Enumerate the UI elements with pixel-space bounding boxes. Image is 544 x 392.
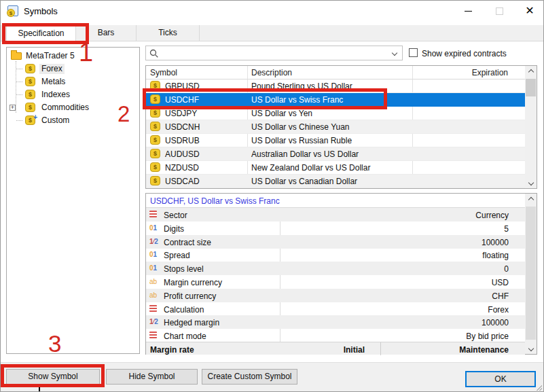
scrollbar-thumb[interactable] [526,207,536,340]
coin-icon: $ [150,94,160,104]
bottom-bar: Show Symbol Hide Symbol Create Custom Sy… [1,362,544,392]
number-01-icon [149,264,160,272]
scroll-up-button[interactable] [525,66,537,77]
table-row-usdcnh[interactable]: $ USDCNH US Dollar vs Chinese Yuan [146,120,525,134]
table-scrollbar[interactable] [525,66,537,188]
spec-row-spread: Spread floating [146,248,525,262]
tab-ticks[interactable]: Ticks [137,25,200,41]
table-row-usdrub[interactable]: $ USDRUB US Dollar vs Russian Ruble [146,134,525,147]
number-01-icon [149,250,160,259]
search-icon [149,49,159,58]
scroll-up-button[interactable] [525,194,537,205]
column-header-symbol[interactable]: Symbol [150,68,177,77]
letters-ab-icon [149,291,160,300]
coin-icon: $ [150,122,160,131]
margin-rate-divider [380,342,381,355]
spec-row-contract-size: Contract size 100000 [146,235,525,249]
hide-symbol-button[interactable]: Hide Symbol [106,369,198,385]
coin-icon: $ [150,162,160,172]
coin-icon: $ [25,103,35,112]
resize-grip[interactable] [537,385,542,391]
create-custom-symbol-button[interactable]: Create Custom Symbol [202,369,297,385]
table-row-audusd[interactable]: $ AUDUSD Australian Dollar vs US Dollar [146,147,525,161]
show-expired-checkbox[interactable] [409,48,418,57]
spec-row-sector: Sector Currency [146,208,525,221]
coin-icon: $ [25,77,35,86]
tab-strip: Specification Bars Ticks [1,25,544,41]
chevron-down-icon[interactable] [392,50,397,56]
text-cursor-artifact [39,385,40,392]
show-expired-label: Show expired contracts [422,49,507,58]
search-input[interactable] [162,47,386,59]
number-01-icon [149,224,160,232]
column-header-description[interactable]: Description [251,68,292,77]
coin-icon: $ [150,176,160,185]
chevron-up-icon [528,197,533,202]
tree-item-metals[interactable]: $ Metals [7,75,139,88]
tab-specification[interactable]: Specification [6,25,76,42]
spec-row-chart-mode: Chart mode By bid price [146,329,525,342]
coin-icon: $ [150,135,160,145]
tree-connector-stub [16,120,22,121]
symbol-search-combo[interactable] [145,46,403,60]
table-row-usdcad[interactable]: $ USDCAD US Dollar vs Canadian Dollar [146,175,525,188]
tree-item-indexes[interactable]: $ Indexes [7,88,139,101]
spec-row-margin-rate: Margin rate Initial Maintenance [146,342,525,355]
scrollbar-thumb[interactable] [526,79,536,96]
chevron-down-icon [528,346,533,351]
title-bar: $ Symbols ✕ [1,1,544,21]
close-button[interactable]: ✕ [515,1,544,21]
one-half-icon [149,317,160,326]
show-symbol-button[interactable]: Show Symbol [6,369,100,385]
table-row-gbpusd[interactable]: $ GBPUSD Pound Sterling vs US Dollar [146,79,525,93]
symbols-table: Symbol Description Expiration $ GBPUSD P… [145,65,537,189]
table-row-usdjpy[interactable]: $ USDJPY US Dollar vs Yen [146,107,525,120]
chevron-up-icon [528,69,533,75]
spec-scrollbar[interactable] [525,194,537,354]
tree-item-commodities[interactable]: $ Commodities [7,101,139,114]
maximize-button[interactable] [484,1,514,21]
tree-item-metatrader5[interactable]: MetaTrader 5 [7,50,139,63]
coin-icon: $ [25,90,35,99]
tab-bars[interactable]: Bars [76,25,137,41]
spec-row-margin-currency: Margin currency USD [146,275,525,289]
table-row-usdchf[interactable]: $ USDCHF US Dollar vs Swiss Franc [146,93,525,107]
letters-ab-icon [149,277,160,286]
close-icon: ✕ [525,5,534,16]
chevron-down-icon [528,180,533,185]
tree-item-custom[interactable]: $+ Custom [7,114,139,127]
spec-row-hedged-margin: Hedged margin 100000 [146,315,525,329]
coin-icon: $ [25,64,35,73]
tree-connector-stub [16,82,22,82]
window-title: Symbols [24,6,58,16]
symbols-coin-icon: $ [7,5,18,16]
expand-plus-icon[interactable] [10,105,16,111]
red-bars-icon [149,305,157,312]
coin-icon: $ [150,108,160,118]
scroll-down-button[interactable] [525,342,537,354]
table-row-nzdusd[interactable]: $ NZDUSD New Zealand Dollar vs US Dollar [146,161,525,175]
spec-row-stops-level: Stops level 0 [146,262,525,275]
coin-icon: $ [150,149,160,158]
tree-connector-stub [16,94,22,95]
red-bars-icon [149,332,157,338]
spec-row-profit-currency: Profit currency CHF [146,289,525,302]
tree-connector-stub [16,69,22,69]
spec-row-calculation: Calculation Forex [146,302,525,316]
spec-row-digits: Digits 5 [146,221,525,235]
symbols-dialog: $ Symbols ✕ Specification Bars Ticks Met… [0,0,544,392]
column-header-expiration[interactable]: Expiration [472,68,508,77]
scroll-down-button[interactable] [525,177,537,188]
tree-item-forex[interactable]: $ Forex [7,63,139,75]
minimize-icon [465,11,472,12]
maximize-icon [496,7,503,15]
minimize-button[interactable] [453,1,483,21]
folder-icon [11,52,22,60]
ok-button[interactable]: OK [465,371,536,387]
spec-header: USDCHF, US Dollar vs Swiss Franc [146,194,525,208]
symbol-tree-panel: MetaTrader 5 $ Forex $ Metals $ Indexes … [6,47,140,354]
red-bars-icon [149,211,157,217]
spec-header-text: USDCHF, US Dollar vs Swiss Franc [150,196,280,206]
coin-plus-icon: $+ [25,115,35,125]
table-header: Symbol Description Expiration [146,66,525,79]
